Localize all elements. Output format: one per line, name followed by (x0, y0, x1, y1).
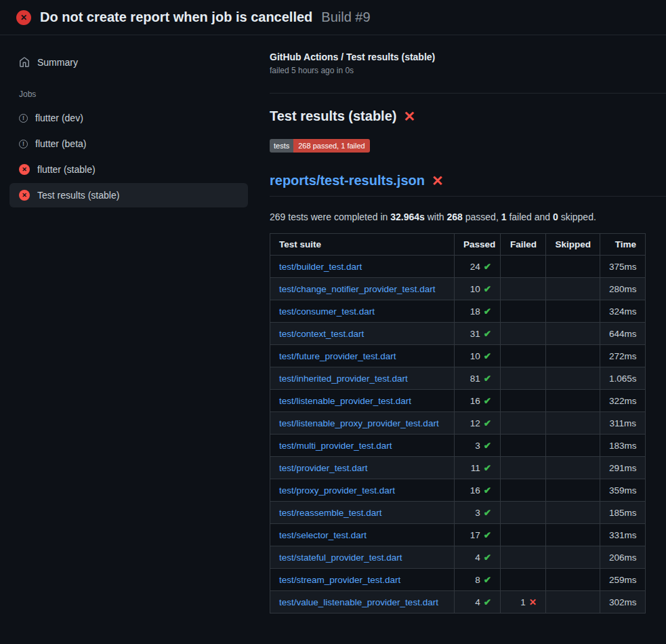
suite-cell: test/proxy_provider_test.dart (270, 479, 455, 502)
failed-cell (501, 412, 546, 435)
test-suite-link[interactable]: test/reassemble_test.dart (279, 508, 382, 518)
test-suite-link[interactable]: test/builder_test.dart (279, 262, 362, 272)
table-row: test/listenable_provider_test.dart16✔322… (270, 390, 646, 412)
failed-cell (501, 345, 546, 367)
summary-part: 269 tests were completed in (270, 212, 390, 222)
summary-part: failed and (507, 212, 554, 222)
skipped-cell (546, 502, 600, 524)
suite-cell: test/multi_provider_test.dart (270, 435, 455, 457)
failed-x-icon: ✕ (403, 109, 415, 123)
table-row: test/proxy_provider_test.dart16✔359ms (270, 479, 646, 502)
test-suite-link[interactable]: test/provider_test.dart (279, 463, 368, 473)
report-file-link[interactable]: reports/test-results.json (270, 173, 425, 188)
check-icon: ✔ (484, 351, 491, 361)
badge-row: tests 268 passed, 1 failed (270, 139, 645, 153)
jobs-section-label: Jobs (9, 76, 248, 106)
skipped-cell (546, 390, 600, 412)
passed-cell: 4✔ (455, 546, 501, 569)
page: ✕ Do not create report when job is cance… (0, 0, 666, 613)
suite-cell: test/listenable_provider_test.dart (270, 390, 455, 412)
check-icon: ✔ (484, 552, 491, 563)
skipped-cell (546, 412, 600, 435)
sidebar-job-item[interactable]: !flutter (dev) (9, 106, 248, 130)
passed-cell: 3✔ (455, 435, 501, 457)
passed-cell: 8✔ (455, 569, 501, 591)
summary-part: 268 (447, 212, 463, 222)
table-row: test/provider_test.dart11✔291ms (270, 457, 646, 479)
home-icon (19, 57, 30, 68)
time-cell: 291ms (600, 457, 646, 479)
sidebar-job-item[interactable]: ✕flutter (stable) (9, 157, 248, 182)
check-icon: ✔ (484, 306, 491, 317)
test-suite-link[interactable]: test/proxy_provider_test.dart (279, 485, 395, 496)
count: 3 (475, 441, 480, 451)
test-summary-line: 269 tests were completed in 32.964s with… (270, 212, 645, 222)
count: 16 (470, 396, 480, 406)
passed-cell: 4✔ (455, 591, 501, 613)
check-run-title-text: Test results (stable) (270, 108, 396, 124)
sidebar-job-item[interactable]: ✕Test results (stable) (9, 183, 248, 207)
test-suite-link[interactable]: test/context_test.dart (279, 329, 364, 339)
passed-cell: 31✔ (455, 323, 501, 345)
test-suite-link[interactable]: test/selector_test.dart (279, 530, 367, 540)
test-suite-link[interactable]: test/consumer_test.dart (279, 306, 375, 317)
count: 10 (470, 351, 480, 361)
skipped-cell (546, 546, 600, 569)
build-header: ✕ Do not create report when job is cance… (0, 0, 666, 35)
count: 8 (475, 575, 480, 585)
tests-badge-label: tests (270, 139, 293, 153)
column-header-failed: Failed (501, 234, 546, 256)
summary-part: with (425, 212, 447, 222)
table-header-row: Test suitePassedFailedSkippedTime (270, 234, 646, 256)
count: 3 (475, 508, 480, 518)
time-cell: 644ms (600, 323, 646, 345)
check-icon: ✔ (484, 597, 491, 607)
main-panel: GitHub Actions / Test results (stable) f… (257, 35, 666, 613)
table-row: test/future_provider_test.dart10✔272ms (270, 345, 646, 367)
failed-cell (501, 323, 546, 345)
test-suite-link[interactable]: test/future_provider_test.dart (279, 351, 396, 361)
sidebar-summary-label: Summary (37, 57, 78, 68)
time-cell: 1.065s (600, 367, 646, 390)
test-suite-link[interactable]: test/multi_provider_test.dart (279, 441, 392, 451)
skipped-cell (546, 591, 600, 613)
failed-cell (501, 524, 546, 546)
test-suite-link[interactable]: test/listenable_provider_test.dart (279, 396, 411, 406)
table-row: test/inherited_provider_test.dart81✔1.06… (270, 367, 646, 390)
alert-circle-icon: ! (19, 114, 28, 123)
job-label: flutter (dev) (35, 113, 83, 123)
suite-cell: test/stream_provider_test.dart (270, 569, 455, 591)
job-label: flutter (beta) (35, 138, 86, 149)
skipped-cell (546, 569, 600, 591)
jobs-list: !flutter (dev)!flutter (beta)✕flutter (s… (9, 106, 248, 207)
test-suite-link[interactable]: test/value_listenable_provider_test.dart (279, 597, 438, 607)
skipped-cell (546, 256, 600, 278)
test-suite-link[interactable]: test/listenable_proxy_provider_test.dart (279, 418, 439, 428)
check-icon: ✔ (484, 463, 491, 473)
test-suite-link[interactable]: test/stream_provider_test.dart (279, 575, 400, 585)
failed-x-icon: ✕ (432, 174, 444, 188)
column-header-passed: Passed (455, 234, 501, 256)
count: 81 (470, 374, 480, 384)
test-suite-link[interactable]: test/inherited_provider_test.dart (279, 374, 408, 384)
check-icon: ✔ (484, 284, 491, 294)
failed-cell (501, 479, 546, 502)
failed-cell (501, 390, 546, 412)
passed-cell: 17✔ (455, 524, 501, 546)
count: 12 (470, 418, 480, 428)
failed-cell (501, 435, 546, 457)
test-suite-link[interactable]: test/stateful_provider_test.dart (279, 552, 402, 563)
sidebar-item-summary[interactable]: Summary (9, 50, 248, 75)
test-suite-link[interactable]: test/change_notifier_provider_test.dart (279, 284, 435, 294)
time-cell: 322ms (600, 390, 646, 412)
table-row: test/value_listenable_provider_test.dart… (270, 591, 646, 613)
check-icon: ✔ (484, 418, 491, 428)
table-row: test/builder_test.dart24✔375ms (270, 256, 646, 278)
count: 4 (475, 552, 480, 563)
sidebar-job-item[interactable]: !flutter (beta) (9, 132, 248, 156)
skipped-cell (546, 367, 600, 390)
check-icon: ✔ (484, 262, 491, 272)
time-cell: 206ms (600, 546, 646, 569)
skipped-cell (546, 435, 600, 457)
count: 11 (471, 463, 480, 473)
